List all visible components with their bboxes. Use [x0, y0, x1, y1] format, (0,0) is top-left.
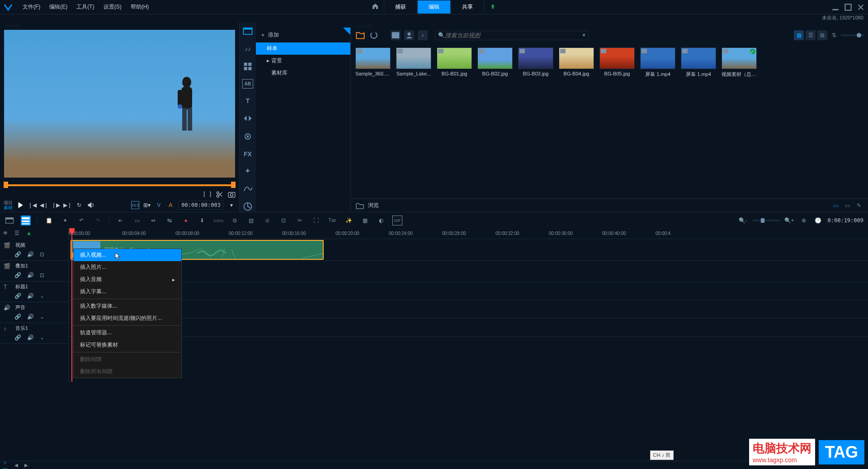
tl-marker-icon[interactable]: ⬇: [197, 216, 207, 225]
timeline-ruler[interactable]: 0:00:00:0000:00:04:0000:00:08:0000:00:12…: [69, 228, 868, 239]
tl-redo-icon[interactable]: ↷: [93, 216, 103, 225]
media-item[interactable]: ✓视频素材（总）...: [722, 47, 757, 78]
clock-icon[interactable]: 🕐: [813, 216, 823, 225]
thumb-size-slider[interactable]: [841, 34, 863, 36]
maximize-button[interactable]: [844, 4, 852, 11]
track-chevron-icon[interactable]: ⌄: [40, 293, 46, 299]
tl-text3d-icon[interactable]: T3D: [327, 216, 337, 225]
track-header[interactable]: 🎬叠加1🔗🔊⊡: [0, 261, 68, 281]
view-list-icon[interactable]: ☰: [806, 30, 816, 40]
browse-folder-icon[interactable]: [355, 202, 364, 209]
tl-split-icon[interactable]: ⇔: [148, 216, 158, 225]
view-grid-small-icon[interactable]: ⊞: [817, 30, 827, 40]
media-item[interactable]: 屏幕 1.mp4: [640, 47, 675, 78]
menu-settings[interactable]: 设置(S): [99, 1, 126, 13]
goto-end-icon[interactable]: ▶❘: [63, 201, 71, 209]
menu-tools[interactable]: 工具(T): [72, 1, 99, 13]
tab-edit[interactable]: 编辑: [417, 0, 451, 14]
media-item[interactable]: Sample_360.m...: [355, 47, 391, 78]
close-button[interactable]: [857, 4, 864, 11]
loop-icon[interactable]: ↻: [75, 201, 83, 209]
track-mute-icon[interactable]: 🔊: [27, 314, 33, 320]
tl-group-icon[interactable]: ▭▭: [213, 216, 223, 225]
minimize-button[interactable]: [832, 4, 839, 11]
tool-template-icon[interactable]: [242, 61, 253, 72]
track-chevron-icon[interactable]: ⌄: [40, 334, 46, 341]
scroll-left-icon[interactable]: ◀: [13, 462, 20, 469]
tl-undo-icon[interactable]: ↶: [76, 216, 86, 225]
zoom-in-icon[interactable]: 🔍+: [784, 216, 794, 225]
track-link-icon[interactable]: 🔗: [14, 314, 21, 320]
tl-timeline-icon[interactable]: [21, 216, 31, 225]
track-eye-icon[interactable]: 👁: [3, 230, 11, 238]
browse-label[interactable]: 浏览: [368, 202, 379, 209]
tool-motion-icon[interactable]: [242, 183, 253, 194]
track-overlay-row[interactable]: [69, 261, 868, 282]
grid-icon[interactable]: ⊞▾: [143, 201, 151, 209]
footer-panel1-icon[interactable]: ▭: [831, 202, 840, 209]
tab-capture[interactable]: 捕获: [384, 0, 417, 14]
goto-start-icon[interactable]: ❘◀: [28, 201, 36, 209]
media-item[interactable]: BG-B04.jpg: [559, 47, 594, 78]
tool-transition-icon[interactable]: [242, 113, 253, 124]
track-mute-icon[interactable]: 🔊: [27, 293, 33, 299]
va-v[interactable]: V: [155, 201, 163, 209]
tl-subtitle-icon[interactable]: ⎚: [262, 216, 272, 225]
track-lock-icon[interactable]: ⊡: [40, 251, 46, 258]
track-voice-row[interactable]: [69, 300, 868, 319]
tab-share[interactable]: 共享: [451, 0, 484, 14]
clear-search-icon[interactable]: ×: [582, 32, 585, 38]
tl-link-icon[interactable]: ⧉: [230, 216, 240, 225]
track-link-icon[interactable]: 🔗: [14, 251, 21, 258]
tl-delete-icon[interactable]: ▭: [132, 216, 142, 225]
preview-drag-handle[interactable]: [0, 22, 239, 28]
filter-audio-icon[interactable]: ♪: [418, 30, 428, 40]
tool-gear-icon[interactable]: [242, 131, 253, 142]
tool-media-icon[interactable]: [242, 26, 253, 37]
tool-audio-icon[interactable]: ♪♪: [242, 44, 253, 54]
tl-zoom-icon[interactable]: ⛶: [311, 216, 321, 225]
media-item[interactable]: Sample_Lake...: [396, 47, 431, 78]
tl-fx-icon[interactable]: ✨: [344, 216, 354, 225]
tool-track-icon[interactable]: [242, 201, 253, 212]
track-mute-icon[interactable]: 🔊: [27, 272, 33, 278]
tl-record-icon[interactable]: ●: [181, 216, 191, 225]
menu-edit[interactable]: 编辑(E): [45, 1, 72, 13]
fit-icon[interactable]: ⊕: [799, 216, 809, 225]
tl-speed-icon[interactable]: ◐: [376, 216, 386, 225]
scroll-add-icon[interactable]: ＋▬: [3, 462, 10, 469]
media-item[interactable]: BG-B03.jpg: [518, 47, 553, 78]
tl-ripple-icon[interactable]: ↹: [165, 216, 175, 225]
sort-icon[interactable]: ⇅: [829, 30, 839, 40]
tl-magic-icon[interactable]: ✦: [60, 216, 70, 225]
volume-icon[interactable]: [87, 201, 95, 209]
track-chevron-icon[interactable]: ⌄: [40, 314, 46, 320]
refresh-icon[interactable]: [369, 30, 379, 40]
preview-timecode[interactable]: 00:00:00:003: [178, 201, 224, 210]
track-lock-icon[interactable]: ⊡: [40, 272, 46, 278]
context-menu-item[interactable]: 插入要应用时间流逝/频闪的照片...: [74, 312, 181, 324]
tool-color-icon[interactable]: ✦: [242, 166, 253, 176]
tl-chapter-icon[interactable]: ▤: [246, 216, 256, 225]
menu-help[interactable]: 帮助(H): [126, 1, 154, 13]
context-menu-item[interactable]: 插入视频...: [74, 249, 181, 261]
media-item[interactable]: BG-B02.jpg: [477, 47, 513, 78]
track-header[interactable]: 🎬视频🔗🔊⊡: [0, 240, 68, 261]
mark-out-icon[interactable]: ]: [210, 191, 211, 198]
track-header[interactable]: ♪音乐1🔗🔊⌄: [0, 323, 68, 344]
filter-video-icon[interactable]: [391, 30, 401, 40]
tool-subtitle-icon[interactable]: AB: [242, 79, 253, 89]
library-folder-background[interactable]: ▸背景: [256, 55, 350, 67]
library-folder-assets[interactable]: 素材库: [256, 67, 350, 79]
track-mute-icon[interactable]: 🔊: [27, 334, 33, 341]
track-expand-icon[interactable]: ▲: [26, 230, 34, 238]
view-grid-large-icon[interactable]: ▦: [794, 30, 804, 40]
aspect-ratio-button[interactable]: 16:9: [131, 201, 139, 209]
track-link-icon[interactable]: 🔗: [14, 293, 21, 299]
footer-edit-icon[interactable]: ✎: [854, 202, 863, 209]
zoom-slider[interactable]: [753, 220, 780, 221]
preview-mode-labels[interactable]: 项目 素材: [4, 200, 13, 210]
home-icon[interactable]: [367, 0, 384, 14]
track-list-icon[interactable]: ☰: [14, 230, 23, 238]
library-folder-sample[interactable]: 样本: [256, 42, 350, 55]
